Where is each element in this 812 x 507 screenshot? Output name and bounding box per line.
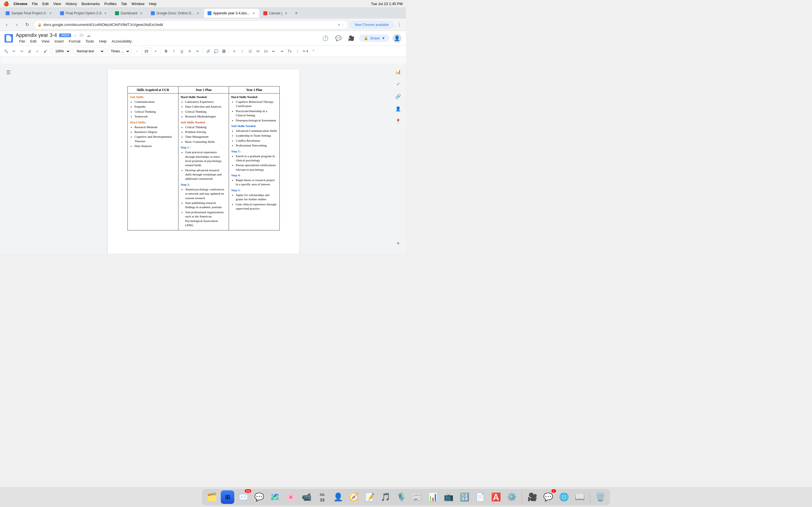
menu-help[interactable]: Help [149,2,157,6]
indent-increase-btn[interactable]: ⇥ [278,48,285,55]
list-item: Laboratory Experience [185,100,227,104]
new-tab-button[interactable]: + [292,9,300,17]
extensions-icon[interactable]: ⋮ [395,21,403,29]
zoom-select[interactable]: 100% [52,48,70,55]
list-item: Critical Thinking [135,110,176,114]
font-size-input[interactable] [141,48,151,55]
text-color-btn[interactable]: A [186,48,193,55]
list-item: Join professional organizations such as … [185,210,227,228]
menu-file[interactable]: File [32,2,38,6]
font-select[interactable]: Times ... [108,48,130,55]
menu-tab[interactable]: Tab [121,2,127,6]
tab-close-3[interactable]: × [139,11,144,15]
new-chrome-button[interactable]: New Chrome available [350,21,393,28]
paint-format-btn[interactable]: 🖌 [42,48,49,55]
video-icon[interactable]: 🎥 [346,33,356,43]
collapse-toolbar-btn[interactable]: ⌃ [310,48,317,55]
docs-menu-file[interactable]: File [17,38,28,44]
right-panel-explore[interactable]: 📊 [394,67,403,76]
numbered-list-btn[interactable]: 1≡ [262,48,269,55]
right-panel-add[interactable]: + [394,239,403,248]
docs-menu-view[interactable]: View [39,38,52,44]
right-panel-contact[interactable]: 👤 [394,104,403,113]
menu-chrome[interactable]: Chrome [13,2,28,6]
reload-button[interactable]: ↻ [23,21,31,29]
bold-btn[interactable]: B [162,48,170,55]
redo-btn[interactable]: ↪ [18,48,26,55]
tab-close-5[interactable]: × [252,11,256,15]
fmt-sep2 [72,48,72,54]
history-icon[interactable]: 🕐 [320,33,331,43]
docs-menu-tools[interactable]: Tools [83,38,96,44]
folder-icon[interactable]: 🗁 [80,33,84,38]
menu-bookmarks[interactable]: Bookmarks [82,2,100,6]
cloud-icon[interactable]: ☁ [86,33,91,38]
paragraph-style-select[interactable]: Normal text [73,48,105,55]
skills-table: Skills Acquired at UCR Year 1 Plan Year … [128,86,280,230]
menu-profiles[interactable]: Profiles [104,2,116,6]
editing-mode-btn[interactable]: ✏ ▾ [302,48,309,55]
line-spacing-btn[interactable]: ↕ [239,48,246,55]
right-panel-comments[interactable]: ✓ [394,79,403,89]
list-item: Enroll in a graduate program in clinical… [236,154,277,163]
clear-format-btn[interactable]: Tx [286,48,293,55]
outline-icon[interactable]: ☰ [6,69,11,75]
docs-menu-accessibility[interactable]: Accessibility [109,38,134,44]
menu-history[interactable]: History [65,2,77,6]
docs-menu-format[interactable]: Format [66,38,83,44]
apple-menu[interactable]: 🍎 [3,1,9,6]
bulleted-list-btn[interactable]: •≡ [254,48,262,55]
font-size-increase-btn[interactable]: + [152,48,159,55]
col3-year2: Hard Skills Needed: Cognitive Behavioral… [229,94,280,230]
menu-view[interactable]: View [53,2,61,6]
star-icon[interactable]: ☆ [73,33,77,38]
tab-final-project[interactable]: Final Project Option 2-S × [57,9,111,18]
tab-favicon-5 [207,11,211,15]
tab-close-1[interactable]: × [48,11,53,15]
right-panel-linked[interactable]: 🔗 [394,92,403,101]
print-btn[interactable]: 🖨 [26,48,33,55]
url-bar[interactable]: 🔒 docs.google.com/document/d/1cxtNOkkzit… [33,20,348,29]
avatar[interactable]: 👤 [393,34,402,43]
back-button[interactable]: ‹ [3,21,11,29]
list-item: Leadership in Team Settings [236,133,277,138]
font-size-decrease-btn[interactable]: − [133,48,141,55]
tab-close-6[interactable]: × [284,11,289,15]
docs-menu-insert[interactable]: Insert [52,38,66,44]
tab-dashboard[interactable]: Dashboard × [112,9,147,18]
docs-title-area: Appendix year 3-4 .DOCX ☆ 🗁 ☁ File Edit … [16,33,134,44]
forward-button[interactable]: › [13,21,21,29]
indent-decrease-btn[interactable]: ⇤ [270,48,277,55]
tab-close-2[interactable]: × [103,11,108,15]
checklist-btn[interactable]: ☑ [246,48,254,55]
tab-sample-final[interactable]: Sample Final Project 3- × [2,9,56,18]
comments-icon[interactable]: 💬 [333,33,343,43]
link-btn[interactable]: 🔗 [204,48,212,55]
right-panel-maps[interactable]: 📍 [394,117,403,126]
doc-main[interactable]: Skills Acquired at UCR Year 1 Plan Year … [17,64,390,253]
menu-edit[interactable]: Edit [42,2,49,6]
docs-menu-help[interactable]: Help [97,38,109,44]
spellcheck-btn[interactable]: ✓ [34,48,41,55]
tab-title-6: Canvas | [269,11,282,15]
list-item: Time Management [185,135,227,139]
align-btn[interactable]: ≡ [231,48,238,55]
menu-window[interactable]: Window [132,2,144,6]
italic-btn[interactable]: I [170,48,177,55]
tab-title-1: Sample Final Project 3- [11,11,47,15]
tab-canvas[interactable]: Canvas | × [260,9,292,18]
highlight-btn[interactable]: ✏ [194,48,201,55]
tab-gdocs[interactable]: Google Docs: Online D... × [147,9,204,18]
tab-close-4[interactable]: × [196,11,200,15]
more-btn[interactable]: ⋮ [294,48,301,55]
list-item: Problem Solving [185,130,227,134]
comment-btn[interactable]: 💭 [212,48,220,55]
undo-btn[interactable]: ↩ [10,48,17,55]
tab-appendix[interactable]: Appendix year 3-4.doc... × [204,9,259,18]
docs-menu-edit[interactable]: Edit [28,38,39,44]
search-btn[interactable]: 🔍 [2,48,10,55]
share-button[interactable]: 🔒 Share ▼ [359,34,390,42]
underline-btn[interactable]: U [178,48,186,55]
tab-title-3: Dashboard [121,11,137,15]
image-btn[interactable]: 🖼 [220,48,227,55]
